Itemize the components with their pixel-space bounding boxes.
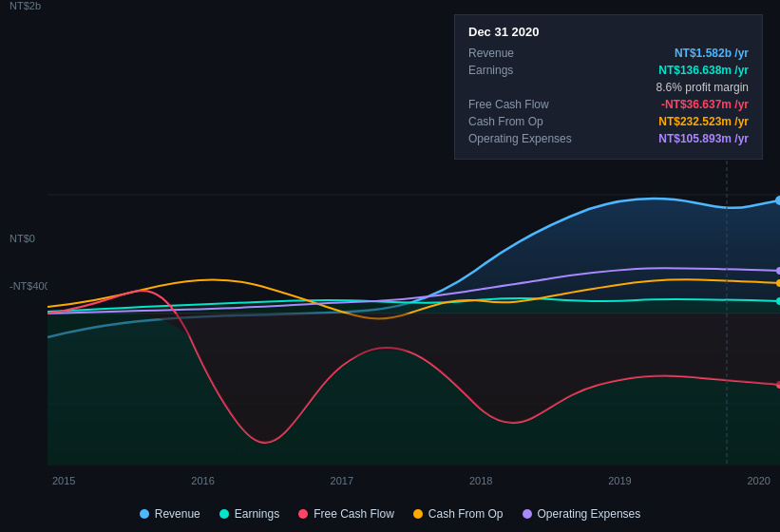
tooltip-value-revenue: NT$1.582b /yr [675, 47, 749, 60]
tooltip-row-opex: Operating Expenses NT$105.893m /yr [468, 132, 749, 145]
y-label-mid: NT$0 [10, 233, 35, 244]
x-label-2015: 2015 [52, 475, 75, 486]
legend-dot-cashop [413, 509, 423, 519]
tooltip-label-earnings: Earnings [468, 64, 513, 77]
x-label-2016: 2016 [191, 475, 214, 486]
legend-item-fcf[interactable]: Free Cash Flow [298, 507, 394, 521]
legend-item-earnings[interactable]: Earnings [219, 507, 279, 521]
tooltip-row-earnings: Earnings NT$136.638m /yr [468, 64, 749, 77]
legend-label-revenue: Revenue [155, 507, 200, 521]
legend-dot-fcf [298, 509, 308, 519]
legend-dot-revenue [140, 509, 149, 519]
x-label-2019: 2019 [608, 475, 631, 486]
chart-svg [48, 147, 780, 466]
legend-label-cashop: Cash From Op [428, 507, 504, 521]
tooltip-row-margin: 8.6% profit margin [468, 81, 749, 94]
tooltip-label-opex: Operating Expenses [468, 132, 572, 145]
x-label-2018: 2018 [469, 475, 492, 486]
tooltip-row-revenue: Revenue NT$1.582b /yr [468, 47, 749, 60]
legend-item-cashop[interactable]: Cash From Op [413, 507, 504, 521]
tooltip-value-earnings: NT$136.638m /yr [658, 64, 749, 77]
x-label-2017: 2017 [331, 475, 353, 486]
tooltip-value-fcf: -NT$36.637m /yr [661, 98, 749, 111]
x-label-2020: 2020 [747, 475, 770, 486]
chart-legend: Revenue Earnings Free Cash Flow Cash Fro… [0, 507, 780, 521]
tooltip-value-cashop: NT$232.523m /yr [658, 115, 749, 128]
legend-item-opex[interactable]: Operating Expenses [523, 507, 641, 521]
legend-label-opex: Operating Expenses [538, 507, 641, 521]
legend-label-fcf: Free Cash Flow [314, 507, 394, 521]
tooltip-label-fcf: Free Cash Flow [468, 98, 549, 111]
legend-item-revenue[interactable]: Revenue [140, 507, 200, 521]
tooltip-value-margin: 8.6% profit margin [656, 81, 749, 94]
legend-dot-opex [523, 509, 532, 519]
tooltip-box: Dec 31 2020 Revenue NT$1.582b /yr Earnin… [454, 14, 763, 160]
tooltip-label-revenue: Revenue [468, 47, 514, 60]
x-axis: 2015 2016 2017 2018 2019 2020 [52, 475, 770, 486]
tooltip-date: Dec 31 2020 [468, 25, 749, 39]
tooltip-row-fcf: Free Cash Flow -NT$36.637m /yr [468, 98, 749, 111]
tooltip-value-opex: NT$105.893m /yr [658, 132, 749, 145]
legend-dot-earnings [219, 509, 229, 519]
tooltip-row-cashop: Cash From Op NT$232.523m /yr [468, 115, 749, 128]
y-label-top: NT$2b [10, 0, 41, 11]
tooltip-label-cashop: Cash From Op [468, 115, 543, 128]
legend-label-earnings: Earnings [235, 507, 279, 521]
